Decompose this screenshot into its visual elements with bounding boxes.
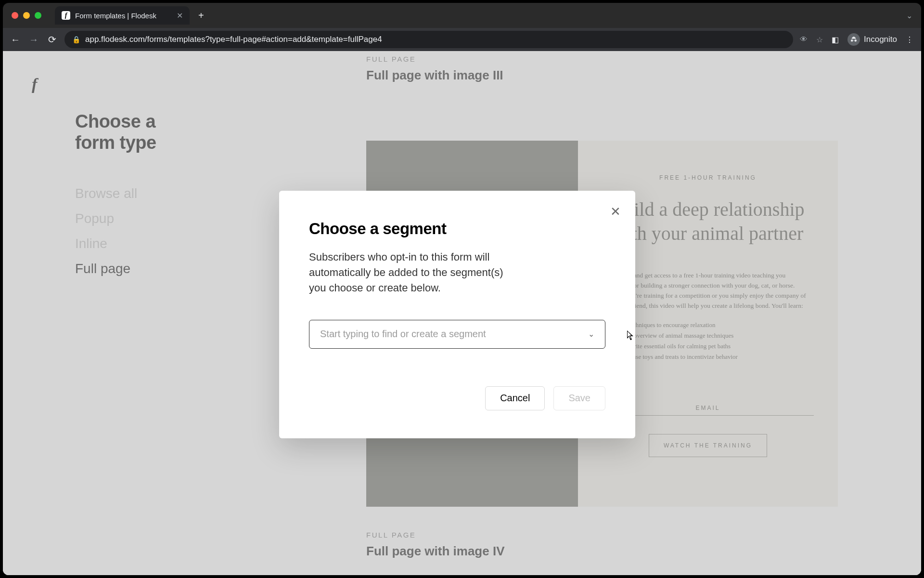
tab-title: Form templates | Flodesk xyxy=(75,12,156,20)
incognito-indicator[interactable]: Incognito xyxy=(847,33,897,46)
tab-close-icon[interactable]: ✕ xyxy=(177,11,183,20)
window-controls xyxy=(12,12,41,19)
segment-modal: ✕ Choose a segment Subscribers who opt-i… xyxy=(279,191,635,438)
tab-favicon: f xyxy=(62,11,70,20)
incognito-label: Incognito xyxy=(864,35,897,44)
browser-tab-active[interactable]: f Form templates | Flodesk ✕ xyxy=(55,6,190,25)
url-text: app.flodesk.com/forms/templates?type=ful… xyxy=(85,35,382,44)
new-tab-button[interactable]: + xyxy=(194,10,208,21)
chevron-down-icon[interactable]: ⌄ xyxy=(588,329,594,339)
modal-close-button[interactable]: ✕ xyxy=(610,204,621,219)
nav-back-button[interactable]: ← xyxy=(10,34,21,45)
cancel-button[interactable]: Cancel xyxy=(485,386,545,410)
side-panel-icon[interactable]: ◧ xyxy=(832,35,839,44)
tabstrip-dropdown-icon[interactable]: ⌄ xyxy=(906,11,912,20)
bookmark-star-icon[interactable]: ☆ xyxy=(816,35,823,44)
address-bar[interactable]: 🔒 app.flodesk.com/forms/templates?type=f… xyxy=(64,31,793,48)
window-minimize-button[interactable] xyxy=(23,12,30,19)
segment-input[interactable] xyxy=(320,328,582,340)
browser-tabstrip: f Form templates | Flodesk ✕ + ⌄ xyxy=(3,3,921,28)
window-close-button[interactable] xyxy=(12,12,18,19)
modal-title: Choose a segment xyxy=(309,220,605,238)
modal-description: Subscribers who opt-in to this form will… xyxy=(309,250,516,296)
eye-off-icon[interactable]: 👁 xyxy=(800,35,808,44)
nav-reload-button[interactable]: ⟳ xyxy=(46,34,58,45)
browser-toolbar: ← → ⟳ 🔒 app.flodesk.com/forms/templates?… xyxy=(3,28,921,51)
browser-menu-icon[interactable]: ⋮ xyxy=(906,35,914,44)
incognito-icon xyxy=(847,33,860,46)
window-zoom-button[interactable] xyxy=(35,12,41,19)
save-button[interactable]: Save xyxy=(553,386,605,410)
lock-icon: 🔒 xyxy=(72,36,80,43)
nav-forward-button[interactable]: → xyxy=(28,34,39,45)
page-viewport: f Choose a form type Browse all Popup In… xyxy=(3,51,921,575)
segment-combobox[interactable]: ⌄ xyxy=(309,320,605,349)
